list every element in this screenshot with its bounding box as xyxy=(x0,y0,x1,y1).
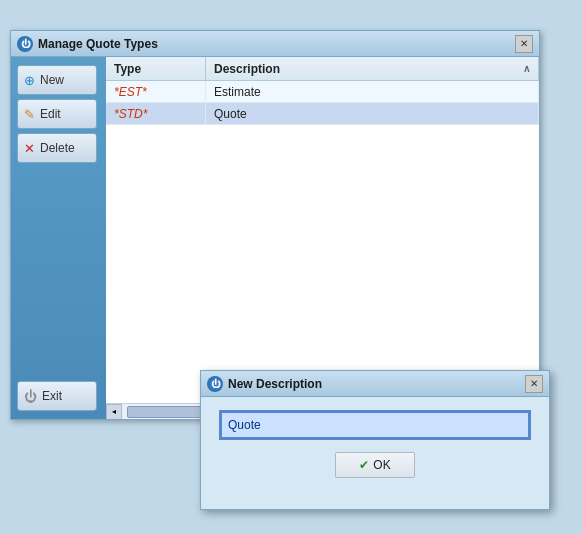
sidebar: ⊕ New ✎ Edit ✕ Delete ⏻ Exit xyxy=(11,57,106,419)
ok-button[interactable]: ✔ OK xyxy=(335,452,415,478)
exit-icon: ⏻ xyxy=(24,389,37,404)
sub-dialog: ⏻ New Description ✕ ✔ OK xyxy=(200,370,550,510)
table-header: Type Description ∧ xyxy=(106,57,539,81)
new-label: New xyxy=(40,73,64,87)
ok-checkmark: ✔ xyxy=(359,458,369,472)
row-desc: Estimate xyxy=(206,81,539,102)
new-button[interactable]: ⊕ New xyxy=(17,65,97,95)
new-icon: ⊕ xyxy=(24,73,35,88)
sub-dialog-title-bar: ⏻ New Description ✕ xyxy=(201,371,549,397)
sub-title-left: ⏻ New Description xyxy=(207,376,322,392)
main-window-icon: ⏻ xyxy=(17,36,33,52)
table-row[interactable]: *EST* Estimate xyxy=(106,81,539,103)
column-description: Description ∧ xyxy=(206,57,539,80)
table-area: Type Description ∧ *EST* Estimate *STD* … xyxy=(106,57,539,419)
ok-label: OK xyxy=(373,458,390,472)
sub-dialog-title: New Description xyxy=(228,377,322,391)
scroll-left-button[interactable]: ◂ xyxy=(106,404,122,420)
edit-icon: ✎ xyxy=(24,107,35,122)
column-type: Type xyxy=(106,57,206,80)
table-body[interactable]: *EST* Estimate *STD* Quote xyxy=(106,81,539,403)
table-row[interactable]: *STD* Quote xyxy=(106,103,539,125)
sidebar-spacer xyxy=(17,167,100,377)
row-type: *EST* xyxy=(106,81,206,102)
sub-dialog-icon: ⏻ xyxy=(207,376,223,392)
exit-label: Exit xyxy=(42,389,62,403)
main-window: ⏻ Manage Quote Types ✕ ⊕ New ✎ Edit ✕ De… xyxy=(10,30,540,420)
main-title-bar: ⏻ Manage Quote Types ✕ xyxy=(11,31,539,57)
sub-close-button[interactable]: ✕ xyxy=(525,375,543,393)
main-close-button[interactable]: ✕ xyxy=(515,35,533,53)
exit-button[interactable]: ⏻ Exit xyxy=(17,381,97,411)
row-desc: Quote xyxy=(206,103,539,124)
delete-label: Delete xyxy=(40,141,75,155)
edit-label: Edit xyxy=(40,107,61,121)
scroll-thumb[interactable] xyxy=(127,406,207,418)
delete-button[interactable]: ✕ Delete xyxy=(17,133,97,163)
window-body: ⊕ New ✎ Edit ✕ Delete ⏻ Exit Type xyxy=(11,57,539,419)
delete-icon: ✕ xyxy=(24,141,35,156)
edit-button[interactable]: ✎ Edit xyxy=(17,99,97,129)
row-type: *STD* xyxy=(106,103,206,124)
sort-indicator: ∧ xyxy=(523,63,530,74)
main-window-title: Manage Quote Types xyxy=(38,37,158,51)
title-bar-left: ⏻ Manage Quote Types xyxy=(17,36,158,52)
sub-dialog-body: ✔ OK xyxy=(201,397,549,493)
description-input[interactable] xyxy=(221,412,529,438)
